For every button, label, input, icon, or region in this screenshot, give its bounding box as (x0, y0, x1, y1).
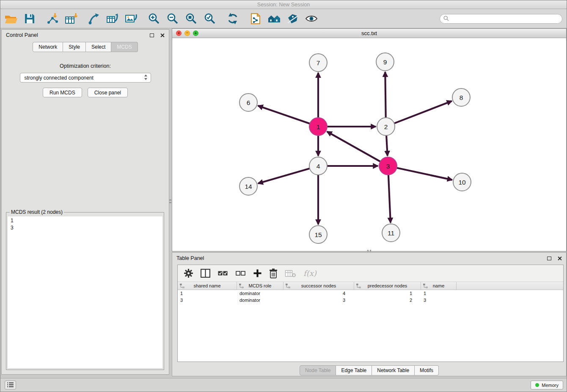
table-tab-edge-table[interactable]: Edge Table (336, 365, 372, 375)
graph-node-14[interactable]: 14 (239, 177, 257, 195)
control-tab-mcds[interactable]: MCDS (111, 42, 138, 52)
graph-node-10[interactable]: 10 (453, 173, 471, 191)
run-mcds-button[interactable]: Run MCDS (43, 88, 82, 97)
node-label: 4 (317, 163, 320, 170)
control-tab-style[interactable]: Style (63, 42, 86, 52)
zoom-fit-icon[interactable] (184, 11, 198, 26)
edge-1-to-6[interactable] (258, 106, 310, 124)
memory-button[interactable]: Memory (531, 381, 563, 389)
window-zoom-icon[interactable] (193, 30, 198, 36)
graph-node-6[interactable]: 6 (239, 94, 257, 111)
table-row[interactable]: 1dominator411 (178, 290, 563, 297)
control-panel-header: Control Panel (2, 30, 169, 41)
table-tab-node-table[interactable]: Node Table (300, 365, 336, 375)
zoom-out-icon[interactable] (165, 11, 180, 26)
mcds-buttons-row: Run MCDS Close panel (2, 88, 169, 97)
column-header-MCDS-role[interactable]: MCDS role (237, 282, 284, 290)
node-label: 6 (247, 99, 250, 106)
table-row[interactable]: 3dominator323 (178, 297, 563, 304)
edge-2-to-3[interactable] (386, 135, 388, 156)
graph-node-8[interactable]: 8 (452, 88, 470, 106)
annotation-tag-icon[interactable] (286, 11, 300, 26)
column-header-label: name (433, 283, 445, 288)
show-columns-icon[interactable] (201, 267, 210, 280)
close-table-panel-icon[interactable] (557, 256, 562, 261)
table-panel-tabs: Node TableEdge TableNetwork TableMotifs (172, 365, 566, 375)
node-label: 11 (388, 229, 394, 237)
main-toolbar (0, 9, 567, 28)
horizontal-splitter-grip[interactable] (364, 250, 374, 252)
table-settings-gear-icon[interactable] (184, 267, 193, 280)
table-tab-network-table[interactable]: Network Table (372, 365, 415, 375)
column-header-predecessor-nodes[interactable]: predecessor nodes (354, 282, 421, 290)
table-cell: 1 (421, 290, 457, 297)
table-tab-motifs[interactable]: Motifs (415, 365, 439, 375)
first-neighbors-icon[interactable] (267, 11, 281, 26)
window-title: Session: New Session (257, 2, 310, 8)
graph-node-1[interactable]: 1 (309, 118, 327, 135)
control-tab-select[interactable]: Select (86, 42, 111, 52)
control-tab-network[interactable]: Network (33, 42, 63, 52)
zoom-in-icon[interactable] (147, 11, 161, 26)
edge-2-to-8[interactable] (394, 101, 452, 124)
network-canvas[interactable]: 7968124314101511 (172, 38, 566, 251)
table-cell: dominator (237, 290, 284, 297)
edge-3-to-1[interactable] (327, 132, 380, 162)
node-label: 2 (384, 123, 388, 130)
graph-node-4[interactable]: 4 (309, 157, 327, 175)
add-row-icon[interactable] (253, 267, 262, 280)
zoom-selected-icon[interactable] (203, 11, 217, 26)
refresh-network-icon[interactable] (226, 11, 240, 26)
column-header-shared-name[interactable]: shared name (178, 282, 237, 290)
graph-node-9[interactable]: 9 (376, 53, 394, 71)
save-session-icon[interactable] (22, 11, 37, 26)
column-header-successor-nodes[interactable]: successor nodes (284, 282, 354, 290)
column-header-name[interactable]: name (421, 282, 457, 290)
network-view-window: scc.txt 7968124314101511 (172, 28, 567, 251)
selected-option-label: strongly connected component (25, 75, 144, 81)
network-window-titlebar: scc.txt (172, 29, 566, 38)
edge-2-to-9[interactable] (385, 72, 385, 118)
export-table-icon[interactable] (105, 11, 120, 26)
select-all-rows-icon[interactable] (217, 267, 228, 280)
table-panel-header: Table Panel (172, 253, 566, 264)
edge-3-to-10[interactable] (397, 168, 452, 180)
open-file-icon[interactable] (4, 11, 18, 26)
search-icon (443, 15, 449, 23)
search-field[interactable] (440, 14, 562, 24)
function-builder-icon: f(x) (303, 267, 317, 280)
graph-node-7[interactable]: 7 (309, 54, 327, 72)
status-bar: Memory (0, 378, 567, 392)
close-panel-button[interactable]: Close panel (88, 88, 128, 97)
delete-row-icon[interactable] (269, 267, 278, 280)
column-tree-icon (179, 283, 185, 290)
search-input[interactable] (451, 15, 558, 22)
import-table-icon[interactable] (64, 11, 78, 26)
export-image-icon[interactable] (124, 11, 138, 26)
table-cell: 4 (284, 290, 354, 297)
window-close-icon[interactable] (176, 30, 182, 36)
edge-4-to-14[interactable] (258, 168, 310, 183)
float-panel-icon[interactable] (150, 33, 154, 37)
show-hide-eye-icon[interactable] (304, 11, 319, 26)
vertical-splitter-grip[interactable] (169, 196, 171, 206)
optimization-criterion-select[interactable]: strongly connected component (20, 73, 151, 83)
graph-node-3[interactable]: 3 (379, 157, 397, 175)
share-network-icon[interactable] (87, 11, 101, 26)
float-table-panel-icon[interactable] (547, 257, 551, 260)
control-panel: Control Panel NetworkStyleSelectMCDS Opt… (1, 29, 169, 375)
node-label: 7 (317, 59, 320, 66)
new-network-from-selection-icon[interactable] (248, 11, 263, 26)
graph-node-2[interactable]: 2 (377, 118, 395, 135)
deselect-all-rows-icon[interactable] (235, 267, 246, 280)
memory-label: Memory (542, 383, 559, 388)
close-panel-icon[interactable] (160, 33, 165, 38)
window-minimize-icon[interactable] (184, 30, 190, 36)
mcds-result-area[interactable]: 13 (7, 216, 163, 369)
edge-3-to-11[interactable] (388, 175, 391, 223)
task-history-button[interactable] (5, 381, 16, 389)
graph-node-15[interactable]: 15 (309, 226, 327, 243)
import-network-icon[interactable] (45, 11, 60, 26)
graph-node-11[interactable]: 11 (382, 224, 400, 242)
table-body: 1dominator4113dominator323 (178, 290, 563, 304)
